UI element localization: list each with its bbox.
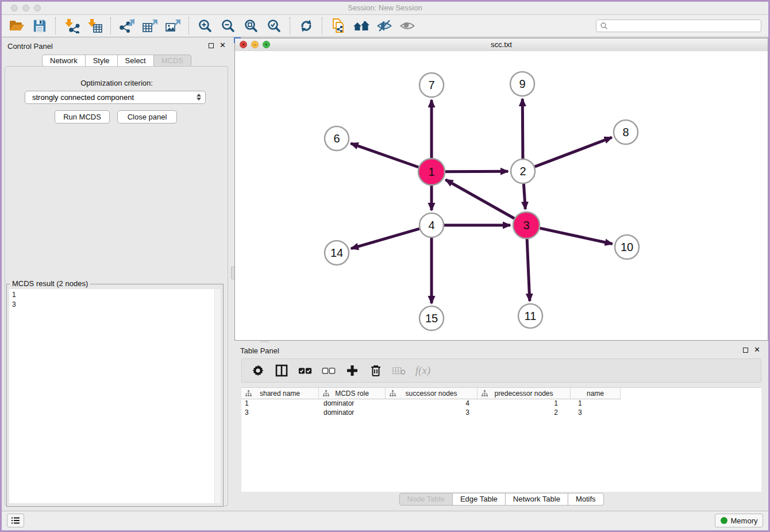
graph-edge[interactable] (527, 239, 530, 301)
network-window-titlebar[interactable]: ✕ − + scc.txt (235, 38, 768, 52)
table-row[interactable]: 3dominator323 (241, 408, 621, 418)
export-image-icon[interactable] (161, 16, 184, 36)
criterion-select[interactable]: strongly connected component (25, 91, 206, 104)
search-field[interactable] (596, 20, 761, 32)
save-session-icon[interactable] (28, 16, 51, 36)
network-window-title: scc.txt (235, 40, 768, 49)
graph-node-15[interactable]: 15 (419, 306, 444, 330)
add-column-icon[interactable] (345, 364, 359, 377)
table-cell: 1 (571, 399, 621, 408)
tab-network-table[interactable]: Network Table (505, 493, 568, 506)
tab-mcds[interactable]: MCDS (153, 55, 191, 67)
graph-edge[interactable] (523, 184, 525, 209)
svg-text:9: 9 (519, 78, 525, 90)
graph-edge[interactable] (535, 137, 612, 167)
graph-node-1[interactable]: 1 (418, 159, 445, 185)
toolbar-separator (290, 17, 291, 34)
import-table-icon[interactable] (83, 16, 106, 36)
control-panel-tabs: NetworkStyleSelectMCDS (42, 55, 191, 67)
graph-node-3[interactable]: 3 (513, 212, 540, 238)
tab-network[interactable]: Network (42, 55, 86, 67)
graph-node-8[interactable]: 8 (614, 120, 638, 144)
mcds-result-groupbox: MCDS result (2 nodes) 13 (6, 284, 224, 507)
run-mcds-button[interactable]: Run MCDS (55, 110, 110, 124)
graph-node-14[interactable]: 14 (325, 241, 349, 265)
close-panel-icon[interactable]: ✕ (220, 43, 226, 48)
home-layout-icon[interactable] (350, 16, 373, 36)
table-cell: dominator (319, 399, 386, 408)
graph-node-9[interactable]: 9 (510, 72, 534, 96)
graph-edge[interactable] (522, 99, 523, 159)
tab-style[interactable]: Style (85, 55, 118, 67)
toolbar-separator (55, 17, 56, 34)
tab-edge-table[interactable]: Edge Table (452, 493, 506, 506)
toolbar-separator (322, 17, 323, 34)
zoom-in-icon[interactable] (194, 16, 217, 36)
select-stepper-icon (197, 94, 201, 101)
float-panel-icon[interactable] (209, 43, 214, 48)
gear-icon[interactable] (251, 364, 265, 377)
main-toolbar (2, 15, 768, 37)
graph-edge[interactable] (445, 171, 508, 172)
application-window: Session: New Session (0, 0, 770, 532)
refresh-icon[interactable] (295, 16, 318, 36)
mcds-result-textarea[interactable]: 13 (9, 288, 221, 504)
copy-network-icon[interactable] (327, 16, 350, 36)
column-header-successor-nodes[interactable]: successor nodes (386, 388, 478, 399)
task-list-button[interactable] (7, 514, 24, 527)
svg-text:15: 15 (425, 312, 438, 325)
graph-node-11[interactable]: 11 (518, 304, 542, 328)
result-line: 3 (12, 300, 16, 310)
columns-icon[interactable] (275, 364, 288, 377)
graph-edge[interactable] (351, 229, 419, 249)
select-all-icon[interactable] (298, 364, 312, 377)
close-table-panel-icon[interactable]: ✕ (754, 347, 760, 353)
column-header-predecessor-nodes[interactable]: predecessor nodes (478, 388, 571, 399)
network-canvas[interactable]: 7968124314101511 (235, 51, 768, 340)
search-input[interactable] (608, 21, 761, 30)
svg-text:14: 14 (330, 246, 343, 259)
graph-node-6[interactable]: 6 (325, 126, 349, 151)
graph-edge[interactable] (540, 228, 613, 244)
export-network-icon[interactable] (116, 16, 138, 36)
deselect-all-icon[interactable] (322, 364, 336, 377)
zoom-selected-icon[interactable] (263, 16, 286, 36)
memory-label: Memory (731, 516, 758, 525)
graph-node-4[interactable]: 4 (419, 213, 444, 237)
table-header-row: shared nameMCDS rolesuccessor nodesprede… (241, 388, 621, 399)
column-header-shared-name[interactable]: shared name (241, 388, 319, 399)
show-graphics-icon[interactable] (396, 16, 419, 36)
graph-node-2[interactable]: 2 (511, 159, 535, 183)
graph-node-7[interactable]: 7 (419, 73, 444, 97)
column-header-name[interactable]: name (571, 388, 621, 399)
control-panel-title: Control Panel (7, 42, 53, 51)
delete-column-icon[interactable] (369, 364, 383, 377)
tab-motifs[interactable]: Motifs (568, 493, 604, 506)
list-icon (11, 516, 20, 525)
import-network-icon[interactable] (60, 16, 83, 36)
table-row[interactable]: 1dominator411 (241, 399, 621, 408)
network-graph[interactable]: 7968124314101511 (235, 51, 768, 341)
tab-select[interactable]: Select (117, 55, 154, 67)
open-session-icon[interactable] (5, 16, 28, 36)
table-cell: 1 (478, 399, 571, 408)
memory-button[interactable]: Memory (715, 514, 763, 527)
float-table-panel-icon[interactable] (743, 348, 748, 353)
tab-node-table[interactable]: Node Table (399, 493, 453, 506)
close-panel-button[interactable]: Close panel (117, 110, 177, 124)
column-header-MCDS-role[interactable]: MCDS role (319, 388, 386, 399)
table-cell: 2 (478, 408, 571, 418)
graph-edge[interactable] (445, 180, 514, 219)
zoom-out-icon[interactable] (217, 16, 240, 36)
export-table-icon[interactable] (138, 16, 161, 36)
hide-graphics-icon[interactable] (373, 16, 396, 36)
graph-node-10[interactable]: 10 (615, 235, 639, 259)
graph-edge[interactable] (351, 144, 419, 167)
table-panel: Table Panel ✕ (234, 342, 768, 511)
svg-text:4: 4 (428, 219, 434, 232)
node-table: shared nameMCDS rolesuccessor nodesprede… (241, 387, 761, 492)
result-scrollbar[interactable] (214, 289, 221, 503)
svg-text:2: 2 (519, 165, 526, 178)
table-cell: 3 (241, 408, 319, 418)
zoom-fit-icon[interactable] (240, 16, 263, 36)
